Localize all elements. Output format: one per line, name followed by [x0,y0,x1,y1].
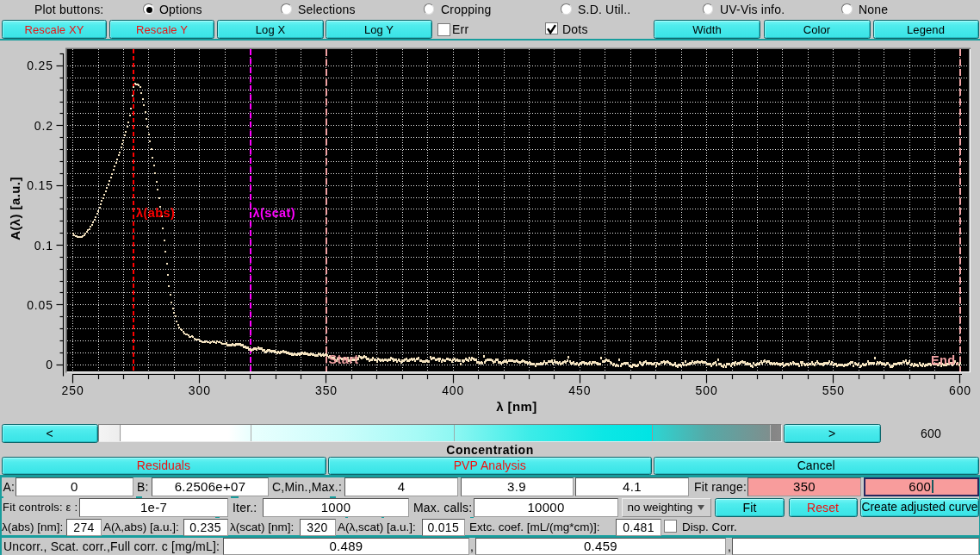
svg-text:0.15: 0.15 [27,178,53,192]
svg-text:λ [nm]: λ [nm] [496,399,537,414]
svg-text:End.: End. [931,353,959,367]
svg-text:0.25: 0.25 [27,59,53,72]
svg-text:λ(abs): λ(abs) [136,206,175,220]
svg-text:A(λ) [a.u.]: A(λ) [a.u.] [8,177,22,240]
svg-text:450: 450 [568,384,591,397]
svg-text:550: 550 [822,384,845,397]
svg-text:Start: Start [329,352,359,366]
svg-text:250: 250 [62,384,84,397]
svg-text:400: 400 [442,384,464,397]
svg-text:λ(scat): λ(scat) [253,206,296,220]
svg-text:500: 500 [696,384,718,397]
svg-text:0.05: 0.05 [27,298,53,312]
svg-text:0.2: 0.2 [34,119,53,133]
svg-text:0.1: 0.1 [34,239,53,253]
svg-text:0: 0 [46,358,53,371]
svg-text:300: 300 [189,384,211,397]
svg-text:350: 350 [315,384,338,397]
svg-text:600: 600 [949,384,971,397]
